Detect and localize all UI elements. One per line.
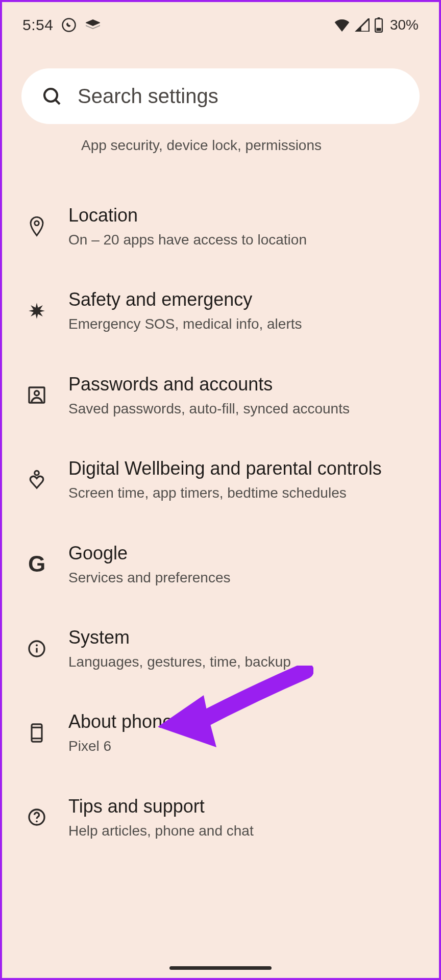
svg-point-4 [44,89,57,102]
item-subtitle: Pixel 6 [68,737,419,755]
status-left: 5:54 [22,16,101,34]
partial-item-subtitle[interactable]: App security, device lock, permissions [81,137,439,154]
gesture-nav-handle[interactable] [169,966,272,970]
item-subtitle: Emergency SOS, medical info, alerts [68,315,419,333]
svg-rect-3 [376,28,381,31]
status-time: 5:54 [22,16,53,34]
settings-item-google[interactable]: G Google Services and preferences [22,522,419,606]
phone-device-icon [22,719,51,747]
battery-percent: 30% [390,17,419,33]
settings-item-system[interactable]: System Languages, gestures, time, backup [22,606,419,691]
battery-icon [374,17,384,33]
item-title: About phone [68,710,419,733]
item-subtitle: On – 20 apps have access to location [68,231,419,249]
settings-item-wellbeing[interactable]: Digital Wellbeing and parental controls … [22,437,419,522]
status-bar: 5:54 [2,2,439,43]
svg-line-5 [56,100,60,104]
settings-list: Location On – 20 apps have access to loc… [2,184,439,860]
settings-item-location[interactable]: Location On – 20 apps have access to loc… [22,184,419,268]
item-subtitle: Services and preferences [68,569,419,587]
wellbeing-heart-icon [22,465,51,494]
search-placeholder: Search settings [78,85,218,108]
location-pin-icon [22,212,51,241]
wifi-icon [334,18,350,32]
settings-item-tips[interactable]: Tips and support Help articles, phone an… [22,775,419,860]
account-box-icon [22,381,51,409]
settings-item-about-phone[interactable]: About phone Pixel 6 [22,691,419,775]
cellular-signal-icon [354,18,370,32]
svg-point-6 [35,221,39,226]
item-title: Location [68,204,419,227]
item-subtitle: Screen time, app timers, bedtime schedul… [68,484,419,502]
box-icon [85,18,101,32]
svg-point-12 [36,644,38,646]
item-title: Safety and emergency [68,288,419,311]
item-title: Tips and support [68,795,419,818]
item-title: Passwords and accounts [68,373,419,396]
asterisk-icon [22,297,51,325]
item-title: Digital Wellbeing and parental controls [68,457,419,480]
item-subtitle: Help articles, phone and chat [68,822,419,840]
svg-point-9 [35,471,39,475]
search-settings-bar[interactable]: Search settings [21,68,420,124]
item-title: System [68,626,419,649]
help-circle-icon [22,803,51,831]
status-right: 30% [334,17,419,33]
google-g-icon: G [22,550,51,578]
settings-item-safety[interactable]: Safety and emergency Emergency SOS, medi… [22,268,419,353]
search-icon [42,86,62,107]
item-title: Google [68,542,419,565]
svg-point-17 [36,821,38,823]
info-circle-icon [22,634,51,663]
whatsapp-icon [61,17,77,33]
item-subtitle: Languages, gestures, time, backup [68,653,419,671]
item-subtitle: Saved passwords, auto-fill, synced accou… [68,400,419,418]
settings-item-passwords[interactable]: Passwords and accounts Saved passwords, … [22,353,419,437]
svg-point-8 [35,391,39,396]
